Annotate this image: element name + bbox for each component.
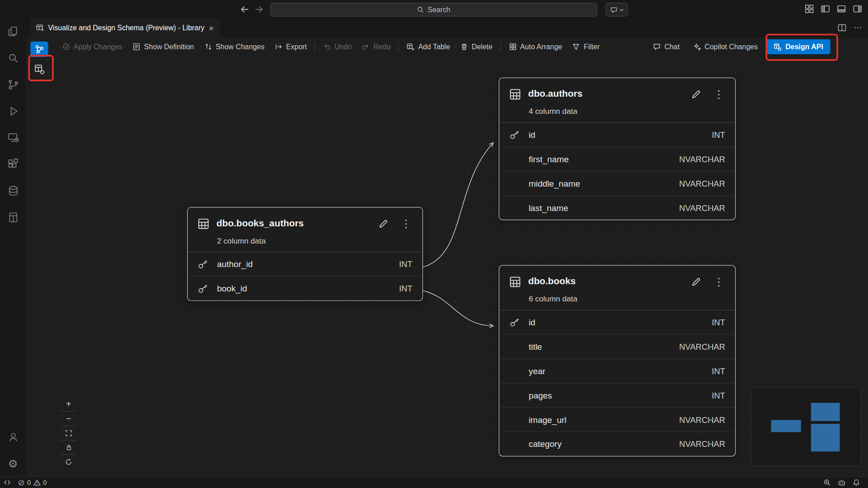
error-count: 0 (27, 479, 31, 486)
table-menu-icon[interactable]: ⋮ (712, 89, 725, 99)
schema-designer-view-icon[interactable] (0, 204, 26, 231)
column-row[interactable]: category NVARCHAR (499, 432, 735, 456)
search-input[interactable]: Search (270, 3, 598, 17)
tab-schema-designer[interactable]: Visualize and Design Schema (Preview) - … (30, 18, 220, 38)
errors-icon (18, 479, 25, 486)
column-row[interactable]: id INT (499, 123, 735, 147)
primary-key-icon (198, 259, 217, 269)
chat-button[interactable]: Chat (648, 39, 684, 54)
filter-button[interactable]: Filter (567, 39, 604, 54)
tab-close-icon[interactable]: × (208, 23, 214, 33)
column-row[interactable]: middle_name NVARCHAR (499, 171, 735, 195)
column-row[interactable]: book_id INT (188, 276, 422, 300)
show-changes-label: Show Changes (216, 42, 264, 51)
search-view-icon[interactable] (0, 45, 26, 71)
entity-header: dbo.books ⋮ (499, 266, 735, 289)
entity-table-books[interactable]: dbo.books ⋮ 6 column data id INT (499, 265, 736, 457)
toggle-panel-button[interactable] (836, 3, 847, 14)
column-row[interactable]: pages INT (499, 383, 735, 407)
column-name: last_name (528, 203, 568, 213)
column-name: first_name (528, 154, 569, 164)
column-type: INT (399, 259, 413, 269)
customize-layout-button[interactable] (804, 3, 815, 14)
column-name: image_url (528, 415, 566, 425)
explorer-icon[interactable] (0, 18, 26, 45)
fit-view-button[interactable] (61, 426, 76, 441)
show-changes-button[interactable]: Show Changes (199, 39, 269, 54)
settings-gear-icon[interactable]: ⚙ (0, 450, 26, 477)
notifications-bell-icon[interactable] (849, 477, 863, 488)
schema-designer-canvas[interactable]: Apply Changes Show Definition Show Chang… (26, 38, 868, 477)
column-count-label: 2 column data (188, 231, 422, 252)
delete-button[interactable]: Delete (455, 39, 498, 54)
status-bar: 0 0 (0, 476, 868, 488)
edit-table-icon[interactable] (378, 218, 388, 229)
column-row[interactable]: author_id INT (188, 252, 422, 276)
relationship-line-books (422, 291, 493, 326)
extensions-icon[interactable] (0, 151, 26, 178)
show-definition-button[interactable]: Show Definition (127, 39, 199, 54)
navigate-back-button[interactable] (239, 4, 250, 15)
primary-key-icon (198, 283, 217, 294)
undo-button[interactable]: Undo (318, 39, 357, 54)
diagram-view-button[interactable] (30, 42, 48, 57)
export-button[interactable]: Export (269, 39, 312, 54)
apply-changes-button[interactable]: Apply Changes (57, 39, 127, 54)
column-row[interactable]: title NVARCHAR (499, 334, 735, 359)
run-debug-icon[interactable] (0, 98, 26, 125)
minimap[interactable] (751, 387, 861, 466)
auto-arrange-button[interactable]: Auto Arrange (504, 39, 567, 54)
more-actions-icon[interactable]: ⋯ (854, 23, 863, 33)
copilot-status-icon[interactable] (834, 477, 849, 488)
table-menu-icon[interactable]: ⋮ (712, 277, 725, 287)
zoom-in-button[interactable]: + (61, 397, 76, 412)
copilot-menu-button[interactable] (606, 3, 628, 17)
apply-changes-label: Apply Changes (74, 42, 123, 51)
chat-label: Chat (665, 42, 680, 51)
edit-table-icon[interactable] (691, 277, 701, 287)
column-type: INT (712, 366, 725, 376)
activity-bar-spacer (0, 231, 26, 424)
toggle-primary-sidebar-button[interactable] (820, 3, 830, 14)
copilot-changes-label: Copilot Changes (704, 42, 758, 51)
column-row[interactable]: first_name NVARCHAR (499, 146, 735, 171)
reset-view-button[interactable] (61, 455, 76, 469)
trash-icon (460, 42, 468, 51)
edit-table-icon[interactable] (691, 89, 701, 99)
column-row[interactable]: last_name NVARCHAR (499, 195, 735, 220)
lock-button[interactable] (61, 441, 76, 455)
database-projects-icon[interactable] (0, 178, 26, 204)
account-icon[interactable] (0, 424, 26, 450)
copilot-changes-button[interactable]: Copilot Changes (688, 39, 763, 54)
warning-count: 0 (43, 479, 47, 486)
search-placeholder: Search (428, 5, 450, 14)
toolbar-separator (315, 42, 315, 51)
problems-indicator[interactable]: 0 0 (14, 477, 50, 488)
filter-label: Filter (584, 42, 599, 51)
design-api-button[interactable]: Design API (766, 39, 830, 54)
column-row[interactable]: image_url NVARCHAR (499, 407, 735, 432)
column-row[interactable]: id INT (499, 310, 735, 334)
chat-icon (653, 42, 661, 51)
source-control-icon[interactable] (0, 71, 26, 98)
remote-explorer-icon[interactable] (0, 125, 26, 151)
add-table-button[interactable]: Add Table (401, 39, 455, 54)
entity-header: dbo.authors ⋮ (499, 78, 735, 101)
canvas-zoom-controls: + − (61, 397, 76, 469)
redo-button[interactable]: Redo (357, 39, 396, 54)
navigate-forward-button[interactable] (254, 4, 264, 15)
zoom-indicator-icon[interactable] (820, 477, 834, 488)
definitions-view-button[interactable] (30, 61, 48, 77)
entity-table-authors[interactable]: dbo.authors ⋮ 4 column data id INT (499, 77, 736, 220)
zoom-out-button[interactable]: − (61, 412, 76, 426)
split-editor-icon[interactable] (838, 23, 847, 32)
warnings-icon (33, 479, 41, 486)
table-menu-icon[interactable]: ⋮ (400, 218, 412, 229)
column-name: title (528, 342, 542, 352)
column-row[interactable]: year INT (499, 358, 735, 383)
entity-table-books-authors[interactable]: dbo.books_authors ⋮ 2 column data author… (187, 207, 423, 301)
toggle-secondary-sidebar-button[interactable] (852, 3, 863, 14)
column-name: middle_name (528, 178, 580, 188)
primary-key-icon (509, 130, 529, 140)
remote-window-button[interactable] (0, 477, 14, 488)
